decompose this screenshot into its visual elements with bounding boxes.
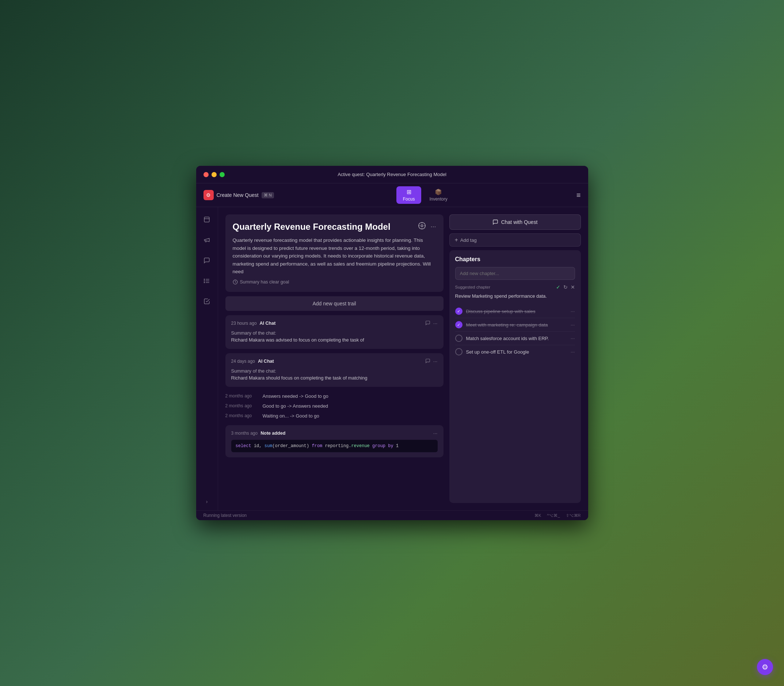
main-content: › Quarterly Revenue Forecasting Model ··… (196, 207, 588, 510)
window-title: Active quest: Quarterly Revenue Forecast… (338, 172, 446, 177)
trail-type-2: AI Chat (258, 359, 274, 364)
chapter-more-2[interactable]: ··· (571, 335, 575, 341)
left-panel: Quarterly Revenue Forecasting Model ··· … (225, 214, 444, 503)
toolbar-tabs: ⊞ Focus 📦 Inventory (396, 186, 454, 204)
maximize-button[interactable] (220, 172, 225, 177)
note-more-button[interactable]: ··· (433, 430, 438, 436)
sidebar-item-chat[interactable] (200, 254, 213, 267)
float-gear-button[interactable]: ⚙ (757, 659, 773, 675)
trail-more-button-1[interactable]: ··· (433, 320, 438, 327)
simple-trail-1: 2 months ago Good to go -> Answers neede… (225, 401, 444, 411)
app-logo-icon: ⚙ (204, 190, 214, 200)
trail-header-1: 23 hours ago AI Chat ··· (231, 320, 438, 327)
chapter-item-2: Match salesforce account ids with ERP. ·… (455, 332, 575, 345)
chapter-check-1[interactable]: ✓ (455, 321, 462, 328)
chapter-text-1: Meet with marketing re: campaign data (466, 322, 567, 328)
note-card: 3 months ago Note added ··· select id, s… (225, 425, 444, 457)
add-trail-button[interactable]: Add new quest trail (225, 296, 444, 311)
chapter-item-1: ✓ Meet with marketing re: campaign data … (455, 318, 575, 332)
trail-chat-button-2[interactable] (425, 358, 430, 364)
menu-button[interactable]: ≡ (577, 191, 581, 199)
simple-trail-text-0: Answers needed -> Good to go (263, 394, 328, 399)
add-tag-plus-icon: + (455, 237, 458, 243)
sidebar-item-check[interactable] (200, 295, 213, 308)
trail-chat-button-1[interactable] (425, 320, 430, 327)
toolbar: ⚙ Create New Quest ⌘ N ⊞ Focus 📦 Invento… (196, 183, 588, 207)
svg-point-5 (204, 279, 205, 280)
tab-inventory[interactable]: 📦 Inventory (423, 186, 454, 204)
shortcut-2: ⇧⌥⌘R (566, 513, 581, 518)
svg-point-9 (421, 225, 423, 227)
trail-summary-text-2: Richard Makara should focus on completin… (231, 375, 368, 381)
sidebar-item-megaphone[interactable] (200, 234, 213, 247)
trail-summary-label-2: Summary of the chat: (231, 368, 276, 374)
close-button[interactable] (204, 172, 209, 177)
chapter-text-3: Set up one-off ETL for Google (466, 349, 567, 355)
shortcut-0: ⌘K (534, 513, 541, 518)
sidebar-item-document[interactable] (200, 213, 213, 226)
status-shortcuts: ⌘K ^⌥⌘_ ⇧⌥⌘R (534, 513, 581, 518)
note-code-block: select id, sum(order_amount) from report… (231, 440, 438, 452)
focus-tab-label: Focus (403, 196, 415, 202)
chapter-check-0[interactable]: ✓ (455, 307, 462, 315)
note-meta: 3 months ago Note added (231, 431, 286, 436)
sidebar-collapse-button[interactable]: › (206, 498, 208, 505)
status-version: Running latest version (204, 513, 247, 518)
simple-trail-2: 2 months ago Waiting on... -> Good to go (225, 411, 444, 421)
chapter-list: ✓ Discuss pipeline setup with sales ··· … (455, 305, 575, 358)
add-tag-label: Add tag (460, 237, 477, 243)
chat-with-quest-button[interactable]: Chat with Quest (449, 214, 581, 230)
create-quest-button[interactable]: Create New Quest ⌘ N (217, 192, 274, 198)
simple-trail-time-1: 2 months ago (225, 403, 258, 408)
shortcut-1: ^⌥⌘_ (547, 513, 560, 518)
quest-summary-row: Summary has clear goal (233, 279, 436, 284)
right-panel: Chat with Quest + Add tag Chapters Sugge… (449, 214, 581, 503)
content-area: Quarterly Revenue Forecasting Model ··· … (218, 207, 588, 510)
add-tag-button[interactable]: + Add tag (449, 234, 581, 247)
note-header: 3 months ago Note added ··· (231, 430, 438, 436)
chapter-item-3: Set up one-off ETL for Google ··· (455, 345, 575, 358)
quest-summary-status: Summary has clear goal (240, 279, 289, 284)
svg-point-7 (204, 283, 205, 283)
chapter-more-3[interactable]: ··· (571, 349, 575, 355)
inventory-tab-label: Inventory (429, 196, 447, 202)
inventory-tab-icon: 📦 (435, 188, 442, 196)
chapter-more-0[interactable]: ··· (571, 308, 575, 314)
chapter-check-3[interactable] (455, 348, 462, 355)
chapter-item-0: ✓ Discuss pipeline setup with sales ··· (455, 305, 575, 318)
trail-meta-2: 24 days ago AI Chat (231, 359, 274, 364)
trail-content-1: Summary of the chat: Richard Makara was … (231, 330, 438, 344)
quest-more-button[interactable]: ··· (430, 223, 436, 230)
note-time: 3 months ago (231, 431, 258, 436)
minimize-button[interactable] (212, 172, 217, 177)
suggested-close-button[interactable]: ✕ (571, 284, 575, 290)
trail-summary-text-1: Richard Makara was advised to focus on c… (231, 337, 364, 343)
toolbar-left: ⚙ Create New Quest ⌘ N (204, 190, 274, 200)
simple-trails: 2 months ago Answers needed -> Good to g… (225, 391, 444, 421)
chapter-check-2[interactable] (455, 335, 462, 342)
trail-summary-label-1: Summary of the chat: (231, 330, 276, 336)
create-quest-label: Create New Quest (217, 192, 259, 198)
trail-card-2: 24 days ago AI Chat ··· Summary of the c… (225, 353, 444, 387)
chapter-input[interactable] (455, 267, 575, 280)
suggested-refresh-button[interactable]: ↻ (564, 284, 568, 290)
focus-tab-icon: ⊞ (407, 188, 412, 196)
suggested-accept-button[interactable]: ✓ (556, 284, 560, 290)
trail-more-button-2[interactable]: ··· (433, 358, 438, 364)
sidebar-item-list[interactable] (200, 274, 213, 287)
trail-actions-2: ··· (425, 358, 438, 364)
chapter-more-1[interactable]: ··· (571, 322, 575, 328)
titlebar: Active quest: Quarterly Revenue Forecast… (196, 166, 588, 183)
simple-trail-0: 2 months ago Answers needed -> Good to g… (225, 391, 444, 401)
quest-target-button[interactable] (418, 222, 426, 232)
tab-focus[interactable]: ⊞ Focus (396, 186, 421, 204)
chapter-text-0: Discuss pipeline setup with sales (466, 309, 567, 314)
create-quest-shortcut: ⌘ N (261, 192, 274, 198)
quest-title-row: Quarterly Revenue Forecasting Model ··· (233, 222, 436, 232)
suggested-chapter-row: Suggested chapter ✓ ↻ ✕ (455, 284, 575, 290)
traffic-lights (204, 172, 225, 177)
quest-actions: ··· (418, 222, 436, 232)
suggested-actions: ✓ ↻ ✕ (556, 284, 575, 290)
sidebar: › (196, 207, 218, 510)
quest-header-card: Quarterly Revenue Forecasting Model ··· … (225, 214, 444, 292)
